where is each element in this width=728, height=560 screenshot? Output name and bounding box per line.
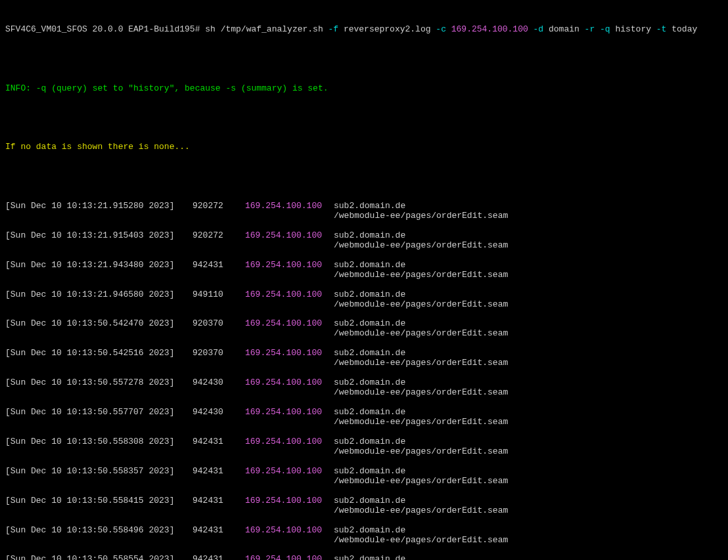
no-data-message: If no data is shown there is none...	[5, 142, 723, 152]
log-entries-container: [Sun Dec 10 10:13:21.915280 2023]9202721…	[5, 202, 723, 560]
log-entry: [Sun Dec 10 10:13:50.542516 2023]9203701…	[5, 349, 723, 368]
log-timestamp: [Sun Dec 10 10:13:21.915280 2023]	[5, 202, 193, 211]
log-path: /webmodule-ee/pages/orderEdit.seam	[5, 447, 723, 457]
flag-r: -r	[580, 24, 595, 34]
log-client-ip: 169.254.100.100	[245, 290, 334, 300]
flag-t: -t	[651, 24, 666, 34]
log-entry: [Sun Dec 10 10:13:21.946580 2023]9491101…	[5, 290, 723, 310]
log-rule-id: 942431	[193, 437, 245, 447]
log-path: /webmodule-ee/pages/orderEdit.seam	[5, 536, 723, 546]
log-entry: [Sun Dec 10 10:13:50.557278 2023]9424301…	[5, 378, 723, 398]
log-timestamp: [Sun Dec 10 10:13:50.558308 2023]	[5, 437, 193, 447]
log-domain: sub2.domain.de	[334, 467, 405, 477]
flag-q: -q	[595, 24, 610, 34]
log-timestamp: [Sun Dec 10 10:13:21.915403 2023]	[5, 231, 193, 241]
log-client-ip: 169.254.100.100	[245, 408, 334, 418]
log-domain: sub2.domain.de	[334, 526, 405, 536]
arg-query: history	[610, 24, 651, 34]
log-rule-id: 942430	[193, 408, 245, 418]
command-line: SFV4C6_VM01_SFOS 20.0.0 EAP1-Build195# s…	[5, 25, 723, 35]
log-domain: sub2.domain.de	[334, 555, 405, 560]
log-rule-id: 920370	[193, 319, 245, 329]
info-label: INFO:	[5, 83, 31, 93]
log-entry: [Sun Dec 10 10:13:21.915280 2023]9202721…	[5, 202, 723, 221]
log-rule-id: 920370	[193, 349, 245, 358]
log-timestamp: [Sun Dec 10 10:13:50.558554 2023]	[5, 555, 193, 560]
log-entry: [Sun Dec 10 10:13:50.558357 2023]9424311…	[5, 467, 723, 486]
log-client-ip: 169.254.100.100	[245, 202, 334, 211]
shell-prompt: SFV4C6_VM01_SFOS 20.0.0 EAP1-Build195#	[5, 24, 200, 34]
log-domain: sub2.domain.de	[334, 231, 405, 241]
log-entry: [Sun Dec 10 10:13:21.915403 2023]9202721…	[5, 231, 723, 251]
log-rule-id: 920272	[193, 231, 245, 241]
log-timestamp: [Sun Dec 10 10:13:50.558415 2023]	[5, 496, 193, 506]
log-domain: sub2.domain.de	[334, 378, 405, 388]
log-timestamp: [Sun Dec 10 10:13:50.542516 2023]	[5, 349, 193, 358]
log-entry: [Sun Dec 10 10:13:50.557707 2023]9424301…	[5, 408, 723, 427]
log-client-ip: 169.254.100.100	[245, 467, 334, 477]
log-timestamp: [Sun Dec 10 10:13:50.557278 2023]	[5, 378, 193, 388]
log-client-ip: 169.254.100.100	[245, 526, 334, 536]
log-client-ip: 169.254.100.100	[245, 378, 334, 388]
terminal-output[interactable]: SFV4C6_VM01_SFOS 20.0.0 EAP1-Build195# s…	[5, 5, 723, 560]
log-timestamp: [Sun Dec 10 10:13:50.557707 2023]	[5, 408, 193, 418]
flag-c: -c	[431, 24, 446, 34]
log-rule-id: 942431	[193, 496, 245, 506]
log-client-ip: 169.254.100.100	[245, 261, 334, 270]
log-domain: sub2.domain.de	[334, 202, 405, 211]
log-path: /webmodule-ee/pages/orderEdit.seam	[5, 388, 723, 398]
log-rule-id: 920272	[193, 202, 245, 211]
log-rule-id: 942431	[193, 261, 245, 270]
log-rule-id: 942431	[193, 467, 245, 477]
log-timestamp: [Sun Dec 10 10:13:50.558357 2023]	[5, 467, 193, 477]
log-client-ip: 169.254.100.100	[245, 496, 334, 506]
log-rule-id: 942430	[193, 378, 245, 388]
log-domain: sub2.domain.de	[334, 290, 405, 300]
log-path: /webmodule-ee/pages/orderEdit.seam	[5, 329, 723, 339]
log-domain: sub2.domain.de	[334, 319, 405, 329]
log-client-ip: 169.254.100.100	[245, 555, 334, 560]
log-entry: [Sun Dec 10 10:13:50.558554 2023]9424311…	[5, 555, 723, 560]
log-entry: [Sun Dec 10 10:13:50.542470 2023]9203701…	[5, 319, 723, 339]
log-client-ip: 169.254.100.100	[245, 231, 334, 241]
log-domain: sub2.domain.de	[334, 408, 405, 418]
arg-time: today	[666, 24, 697, 34]
log-path: /webmodule-ee/pages/orderEdit.seam	[5, 477, 723, 486]
flag-f: -f	[323, 24, 338, 34]
log-rule-id: 942431	[193, 555, 245, 560]
log-rule-id: 942431	[193, 526, 245, 536]
arg-domain: domain	[543, 24, 580, 34]
log-path: /webmodule-ee/pages/orderEdit.seam	[5, 418, 723, 427]
log-domain: sub2.domain.de	[334, 496, 405, 506]
arg-client-ip: 169.254.100.100	[446, 24, 528, 34]
log-domain: sub2.domain.de	[334, 261, 405, 270]
flag-d: -d	[528, 24, 543, 34]
log-domain: sub2.domain.de	[334, 349, 405, 358]
log-timestamp: [Sun Dec 10 10:13:50.558496 2023]	[5, 526, 193, 536]
log-entry: [Sun Dec 10 10:13:50.558308 2023]9424311…	[5, 437, 723, 457]
log-entry: [Sun Dec 10 10:13:50.558415 2023]9424311…	[5, 496, 723, 516]
log-timestamp: [Sun Dec 10 10:13:21.946580 2023]	[5, 290, 193, 300]
log-domain: sub2.domain.de	[334, 437, 405, 447]
info-text: -q (query) set to "history", because -s …	[31, 83, 328, 93]
log-client-ip: 169.254.100.100	[245, 349, 334, 358]
log-path: /webmodule-ee/pages/orderEdit.seam	[5, 241, 723, 251]
log-path: /webmodule-ee/pages/orderEdit.seam	[5, 211, 723, 221]
log-path: /webmodule-ee/pages/orderEdit.seam	[5, 358, 723, 368]
log-path: /webmodule-ee/pages/orderEdit.seam	[5, 300, 723, 310]
log-entry: [Sun Dec 10 10:13:21.943480 2023]9424311…	[5, 261, 723, 280]
log-timestamp: [Sun Dec 10 10:13:21.943480 2023]	[5, 261, 193, 270]
log-entry: [Sun Dec 10 10:13:50.558496 2023]9424311…	[5, 526, 723, 546]
log-client-ip: 169.254.100.100	[245, 437, 334, 447]
log-timestamp: [Sun Dec 10 10:13:50.542470 2023]	[5, 319, 193, 329]
command-base: sh /tmp/waf_analyzer.sh	[200, 24, 323, 34]
arg-file: reverseproxy2.log	[338, 24, 430, 34]
info-line: INFO: -q (query) set to "history", becau…	[5, 84, 723, 94]
log-path: /webmodule-ee/pages/orderEdit.seam	[5, 270, 723, 280]
log-path: /webmodule-ee/pages/orderEdit.seam	[5, 506, 723, 516]
log-client-ip: 169.254.100.100	[245, 319, 334, 329]
log-rule-id: 949110	[193, 290, 245, 300]
